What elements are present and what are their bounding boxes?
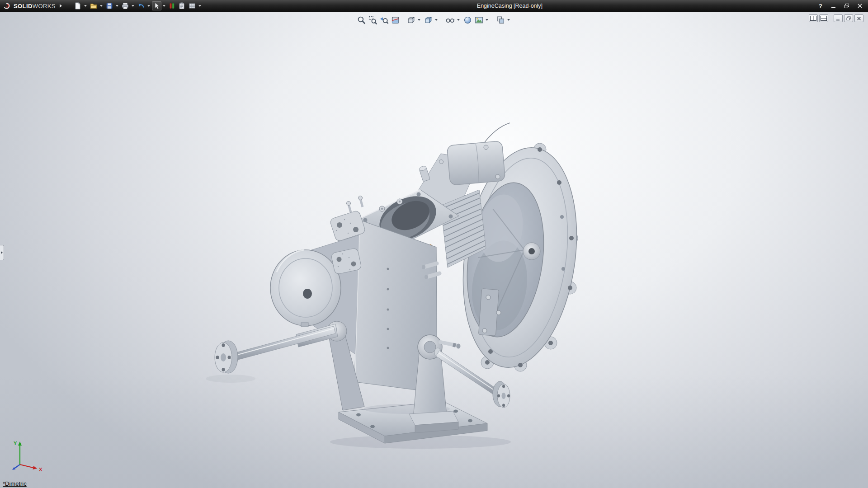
display-style-button[interactable]	[423, 15, 434, 25]
undo-icon	[137, 2, 145, 9]
orientation-triad: Y X	[5, 439, 51, 473]
window-restore-icon	[844, 3, 850, 9]
hide-show-items-dropdown-icon[interactable]	[457, 19, 460, 21]
zoom-to-fit-button[interactable]	[356, 15, 367, 25]
apply-scene-dropdown-icon[interactable]	[486, 19, 488, 21]
titlebar: SOLIDWORKS	[0, 0, 868, 12]
section-view-icon	[391, 16, 400, 24]
doc-restore-icon	[846, 16, 851, 21]
zoom-to-area-icon	[368, 16, 377, 24]
select-cursor-icon	[153, 2, 160, 9]
brand-text: SOLIDWORKS	[14, 3, 56, 9]
print-button[interactable]	[120, 1, 130, 10]
close-button[interactable]	[856, 2, 863, 9]
display-style-dropdown-icon[interactable]	[435, 19, 438, 21]
view-settings-dropdown-icon[interactable]	[507, 19, 510, 21]
featuremanager-collapsed-tab[interactable]	[0, 245, 4, 260]
solidworks-logo-icon	[3, 2, 11, 9]
pane-split-horizontal-icon	[821, 16, 827, 21]
pane-split-horizontal-button[interactable]	[819, 14, 828, 22]
view-orientation-button[interactable]	[406, 15, 416, 25]
zoom-to-fit-icon	[357, 16, 366, 24]
hide-show-items-button[interactable]	[445, 15, 456, 25]
y-axis-arrow	[18, 441, 22, 446]
rebuild-icon	[169, 2, 175, 9]
triad-y-label: Y	[14, 441, 17, 446]
apply-scene-button[interactable]	[474, 15, 484, 25]
file-properties-button[interactable]	[177, 1, 187, 10]
new-document-button[interactable]	[73, 1, 83, 10]
hide-show-items-icon	[446, 16, 455, 24]
open-button[interactable]	[89, 1, 99, 10]
pane-split-vertical-button[interactable]	[809, 14, 818, 22]
undo-dropdown-icon[interactable]	[147, 5, 150, 7]
display-style-icon	[424, 16, 433, 24]
doc-restore-button[interactable]	[844, 14, 853, 22]
help-icon: ?	[819, 3, 822, 9]
undo-button[interactable]	[136, 1, 146, 10]
file-properties-icon	[178, 2, 185, 9]
new-dropdown-icon[interactable]	[84, 5, 87, 7]
doc-close-icon	[857, 16, 861, 21]
heads-up-toolbar	[0, 15, 868, 25]
print-dropdown-icon[interactable]	[132, 5, 134, 7]
doc-minimize-button[interactable]	[834, 14, 843, 22]
select-dropdown-icon[interactable]	[163, 5, 165, 7]
zoom-to-area-button[interactable]	[368, 15, 378, 25]
previous-view-button[interactable]	[379, 15, 389, 25]
document-window-controls	[809, 14, 863, 22]
doc-minimize-icon	[836, 16, 840, 21]
help-button[interactable]: ?	[817, 2, 824, 9]
main-toolbar	[73, 1, 203, 10]
save-icon	[106, 2, 113, 9]
graphics-area[interactable]: Y X *Dimetric	[0, 12, 868, 488]
open-icon	[90, 2, 97, 9]
document-title: EngineCasing [Read-only]	[203, 3, 817, 9]
edit-appearance-icon	[463, 16, 472, 24]
print-icon	[122, 2, 129, 9]
view-settings-icon	[496, 16, 505, 24]
pane-split-vertical-icon	[810, 16, 816, 21]
save-dropdown-icon[interactable]	[116, 5, 118, 7]
restore-button[interactable]	[843, 2, 850, 9]
window-close-icon	[857, 3, 863, 9]
previous-view-icon	[380, 16, 388, 24]
menu-flyout-arrow-icon[interactable]	[60, 4, 62, 8]
section-view-button[interactable]	[390, 15, 401, 25]
edit-appearance-button[interactable]	[462, 15, 473, 25]
view-orientation-icon	[407, 16, 415, 24]
solidworks-window: SOLIDWORKS	[0, 0, 868, 488]
options-icon	[189, 2, 196, 9]
engine-casing-model[interactable]	[0, 12, 868, 488]
options-button[interactable]	[187, 1, 197, 10]
triad-x-label: X	[39, 467, 42, 472]
expand-panel-arrow-icon	[1, 251, 3, 254]
options-dropdown-icon[interactable]	[198, 5, 201, 7]
x-axis-arrow	[33, 466, 37, 469]
window-minimize-icon	[831, 3, 836, 9]
apply-scene-icon	[475, 16, 483, 24]
view-orientation-dropdown-icon[interactable]	[418, 19, 420, 21]
minimize-button[interactable]	[830, 2, 837, 9]
new-document-icon	[74, 2, 81, 9]
rebuild-button[interactable]	[167, 1, 176, 10]
solidworks-logo: SOLIDWORKS	[3, 2, 56, 9]
window-controls: ?	[817, 2, 863, 9]
view-settings-button[interactable]	[495, 15, 506, 25]
doc-close-button[interactable]	[854, 14, 863, 22]
save-button[interactable]	[104, 1, 114, 10]
open-dropdown-icon[interactable]	[100, 5, 103, 7]
select-button[interactable]	[152, 1, 161, 10]
view-orientation-label: *Dimetric	[3, 480, 27, 487]
